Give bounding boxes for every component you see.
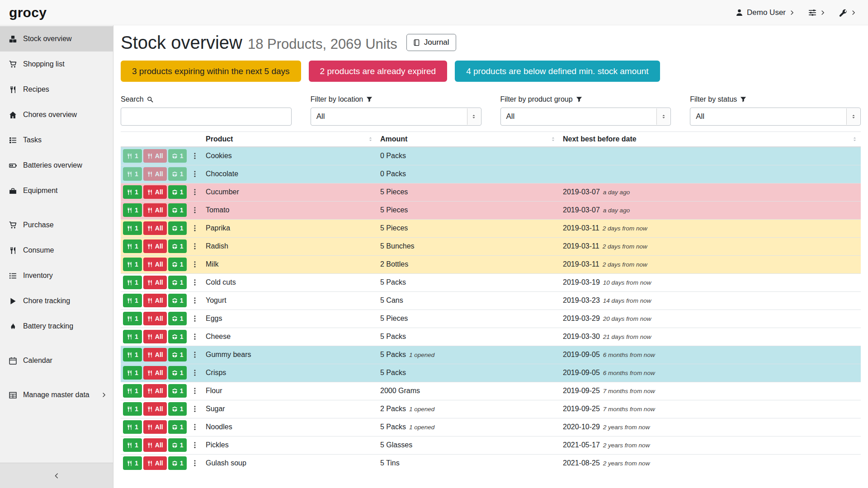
open-one-button[interactable]: 1 [168, 402, 187, 416]
open-one-button[interactable]: 1 [168, 294, 187, 307]
consume-one-button[interactable]: 1 [123, 366, 142, 380]
open-one-button[interactable]: 1 [168, 239, 187, 253]
settings-menu[interactable] [808, 9, 826, 17]
row-menu-button[interactable] [191, 387, 198, 394]
location-select[interactable]: All [311, 108, 481, 126]
sidebar-collapse-button[interactable] [0, 463, 113, 488]
consume-one-button[interactable]: 1 [123, 276, 142, 289]
sidebar-item-chore-tracking[interactable]: Chore tracking [0, 288, 113, 314]
consume-all-button[interactable]: All [143, 402, 167, 416]
product-column-header[interactable]: Product [202, 132, 377, 147]
product-group-select[interactable]: All [500, 108, 671, 126]
sidebar-item-calendar[interactable]: Calendar [0, 348, 113, 373]
sidebar-item-chores-overview[interactable]: Chores overview [0, 102, 113, 127]
sidebar-item-stock-overview[interactable]: Stock overview [0, 26, 113, 52]
sort-icon[interactable] [550, 136, 556, 142]
sidebar-item-battery-tracking[interactable]: Battery tracking [0, 314, 113, 339]
consume-one-button[interactable]: 1 [123, 221, 142, 235]
consume-all-button[interactable]: All [143, 221, 167, 235]
sort-icon[interactable] [852, 136, 858, 142]
consume-one-button[interactable]: 1 [123, 185, 142, 199]
admin-menu[interactable] [839, 9, 856, 17]
row-menu-button[interactable] [191, 261, 198, 268]
consume-one-button[interactable]: 1 [123, 384, 142, 398]
search-input[interactable] [121, 108, 292, 126]
open-one-button[interactable]: 1 [168, 348, 187, 361]
sidebar-item-shopping-list[interactable]: Shopping list [0, 52, 113, 77]
open-one-button[interactable]: 1 [168, 312, 187, 325]
consume-one-button[interactable]: 1 [123, 149, 142, 163]
consume-all-button[interactable]: All [143, 330, 167, 343]
consume-all-button[interactable]: All [143, 294, 167, 307]
consume-one-button[interactable]: 1 [123, 294, 142, 307]
row-menu-button[interactable] [191, 170, 198, 178]
consume-all-button[interactable]: All [143, 312, 167, 325]
below-min-stock-alert[interactable]: 4 products are below defined min. stock … [455, 61, 660, 82]
open-one-button[interactable]: 1 [168, 438, 187, 452]
consume-one-button[interactable]: 1 [123, 330, 142, 343]
sidebar-item-recipes[interactable]: Recipes [0, 77, 113, 102]
consume-one-button[interactable]: 1 [123, 167, 142, 181]
open-one-button[interactable]: 1 [168, 167, 187, 181]
consume-one-button[interactable]: 1 [123, 402, 142, 416]
open-one-button[interactable]: 1 [168, 221, 187, 235]
open-one-button[interactable]: 1 [168, 276, 187, 289]
open-one-button[interactable]: 1 [168, 203, 187, 217]
sidebar-item-purchase[interactable]: Purchase [0, 212, 113, 238]
open-one-button[interactable]: 1 [168, 456, 187, 470]
row-menu-button[interactable] [191, 279, 198, 286]
journal-button[interactable]: Journal [406, 34, 456, 51]
sidebar-item-inventory[interactable]: Inventory [0, 263, 113, 288]
row-menu-button[interactable] [191, 152, 198, 160]
open-one-button[interactable]: 1 [168, 149, 187, 163]
row-menu-button[interactable] [191, 405, 198, 413]
consume-all-button[interactable]: All [143, 420, 167, 434]
row-menu-button[interactable] [191, 206, 198, 214]
open-one-button[interactable]: 1 [168, 330, 187, 343]
bbd-column-header[interactable]: Next best before date [559, 132, 861, 147]
row-menu-button[interactable] [191, 243, 198, 250]
row-menu-button[interactable] [191, 225, 198, 232]
row-menu-button[interactable] [191, 297, 198, 304]
consume-one-button[interactable]: 1 [123, 258, 142, 271]
consume-all-button[interactable]: All [143, 203, 167, 217]
consume-all-button[interactable]: All [143, 456, 167, 470]
open-one-button[interactable]: 1 [168, 185, 187, 199]
sidebar-item-equipment[interactable]: Equipment [0, 178, 113, 203]
row-menu-button[interactable] [191, 369, 198, 376]
open-one-button[interactable]: 1 [168, 420, 187, 434]
sidebar-item-tasks[interactable]: Tasks [0, 127, 113, 153]
expired-alert[interactable]: 2 products are already expired [309, 61, 448, 82]
open-one-button[interactable]: 1 [168, 366, 187, 380]
consume-all-button[interactable]: All [143, 384, 167, 398]
consume-one-button[interactable]: 1 [123, 456, 142, 470]
consume-one-button[interactable]: 1 [123, 420, 142, 434]
user-menu[interactable]: Demo User [736, 8, 795, 17]
row-menu-button[interactable] [191, 423, 198, 431]
row-menu-button[interactable] [191, 188, 198, 196]
consume-all-button[interactable]: All [143, 276, 167, 289]
open-one-button[interactable]: 1 [168, 258, 187, 271]
consume-one-button[interactable]: 1 [123, 312, 142, 325]
open-one-button[interactable]: 1 [168, 384, 187, 398]
sidebar-item-manage-master-data[interactable]: Manage master data [0, 382, 113, 408]
consume-all-button[interactable]: All [143, 258, 167, 271]
row-menu-button[interactable] [191, 460, 198, 467]
consume-one-button[interactable]: 1 [123, 239, 142, 253]
sort-icon[interactable] [368, 136, 373, 142]
consume-all-button[interactable]: All [143, 348, 167, 361]
consume-one-button[interactable]: 1 [123, 438, 142, 452]
row-menu-button[interactable] [191, 333, 198, 340]
consume-all-button[interactable]: All [143, 185, 167, 199]
row-menu-button[interactable] [191, 315, 198, 322]
consume-all-button[interactable]: All [143, 149, 167, 163]
status-select[interactable]: All [690, 108, 861, 126]
sidebar-item-batteries-overview[interactable]: Batteries overview [0, 153, 113, 178]
sidebar-item-consume[interactable]: Consume [0, 238, 113, 263]
consume-one-button[interactable]: 1 [123, 203, 142, 217]
consume-one-button[interactable]: 1 [123, 348, 142, 361]
consume-all-button[interactable]: All [143, 239, 167, 253]
consume-all-button[interactable]: All [143, 438, 167, 452]
consume-all-button[interactable]: All [143, 366, 167, 380]
row-menu-button[interactable] [191, 441, 198, 449]
